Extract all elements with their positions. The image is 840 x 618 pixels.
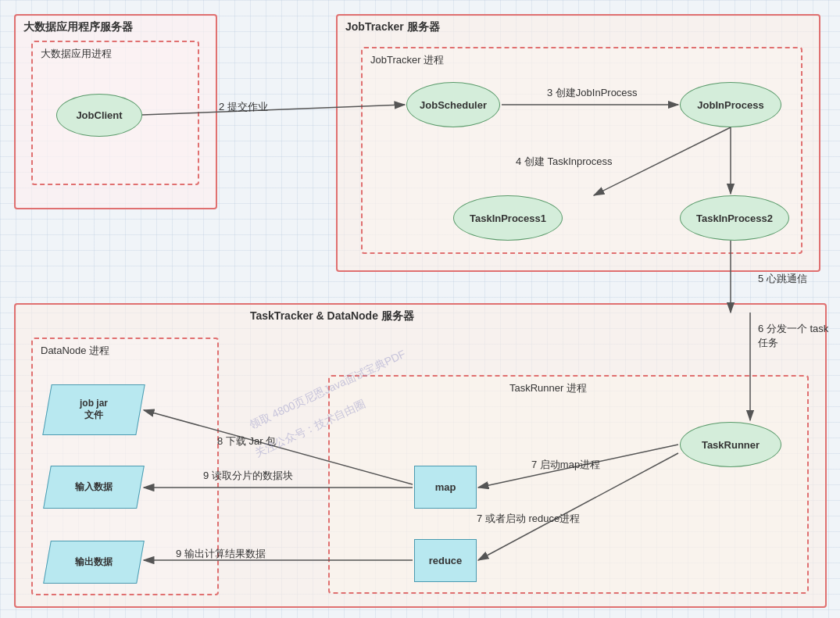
label-step5: 5 心跳通信 — [758, 272, 807, 286]
label-step4: 4 创建 TaskInprocess — [516, 155, 613, 169]
datanode-process-title: DataNode 进程 — [41, 344, 109, 358]
label-step9-output: 9 输出计算结果数据 — [176, 547, 266, 561]
jobclient-node: JobClient — [56, 94, 142, 137]
job-jar-node: job jar 文件 — [42, 384, 145, 435]
label-step9-read: 9 读取分片的数据块 — [203, 469, 293, 483]
taskinprocess2-node: TaskInProcess2 — [680, 195, 789, 241]
label-step7-map: 7 启动map进程 — [531, 458, 600, 472]
label-step6: 6 分发一个 task 任务 — [758, 322, 840, 350]
reduce-node: reduce — [414, 539, 477, 582]
taskrunner-process-box: TaskRunner 进程 — [328, 375, 809, 594]
map-node: map — [414, 466, 477, 509]
jobtracker-server-title: JobTracker 服务器 — [345, 20, 440, 34]
label-step8: 8 下载 Jar 包 — [217, 434, 276, 448]
taskinprocess1-node: TaskInProcess1 — [453, 195, 563, 241]
taskrunner-node: TaskRunner — [680, 422, 781, 467]
taskrunner-process-title: TaskRunner 进程 — [509, 381, 587, 395]
input-data-node: 输入数据 — [43, 466, 145, 509]
tasktracker-server-title: TaskTracker & DataNode 服务器 — [250, 309, 414, 323]
jobtracker-process-title: JobTracker 进程 — [370, 53, 444, 67]
bigdata-server-title: 大数据应用程序服务器 — [23, 20, 133, 34]
label-step7-reduce: 7 或者启动 reduce进程 — [477, 512, 580, 526]
bigdata-process-title: 大数据应用进程 — [41, 47, 112, 61]
label-step2: 2 提交作业 — [219, 100, 268, 114]
output-data-node: 输出数据 — [43, 541, 145, 584]
jobinprocess-node: JobInProcess — [680, 82, 781, 127]
label-step3: 3 创建JobInProcess — [547, 86, 638, 100]
jobscheduler-node: JobScheduler — [406, 82, 500, 127]
